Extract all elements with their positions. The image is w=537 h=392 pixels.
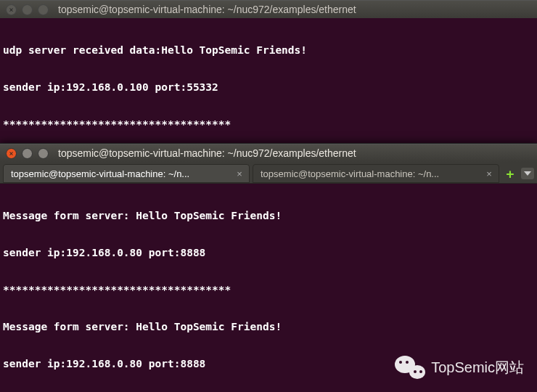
tab-label: topsemic@topsemic-virtual-machine: ~/n..… [11,168,230,179]
maximize-icon[interactable] [38,148,49,159]
terminal-line: sender ip:192.168.0.100 port:55332 [3,81,534,94]
terminal-line: ************************************ [3,284,534,296]
terminal-output-top[interactable]: udp server received data:Hello TopSemic … [0,18,537,143]
tab-close-icon[interactable]: × [484,168,494,179]
tab-close-icon[interactable]: × [234,168,245,179]
window-title-top: topsemic@topsemic-virtual-machine: ~/nuc… [58,4,356,15]
titlebar-top[interactable]: × topsemic@topsemic-virtual-machine: ~/n… [0,0,537,18]
tab-terminal-2[interactable]: topsemic@topsemic-virtual-machine: ~/n..… [253,164,499,183]
tab-menu-button[interactable] [521,168,534,179]
new-tab-button[interactable]: + [502,165,518,183]
terminal-line: Message form server: Hello TopSemic Frie… [3,210,534,222]
close-icon[interactable]: × [6,148,17,159]
terminal-window-top: × topsemic@topsemic-virtual-machine: ~/n… [0,0,537,143]
minimize-icon[interactable] [22,148,33,159]
terminal-line: ************************************ [3,118,534,131]
close-icon[interactable]: × [6,4,17,15]
minimize-icon[interactable] [22,4,33,15]
terminal-line: sender ip:192.168.0.80 port:8888 [3,247,534,259]
wechat-icon [395,354,425,380]
terminal-line: udp server received data:Hello TopSemic … [3,44,534,57]
terminal-line: Message form server: Hello TopSemic Frie… [3,321,534,333]
watermark-text: TopSemic网站 [431,358,524,377]
titlebar-bottom[interactable]: × topsemic@topsemic-virtual-machine: ~/n… [0,144,537,162]
tab-terminal-1[interactable]: topsemic@topsemic-virtual-machine: ~/n..… [3,164,250,183]
watermark: TopSemic网站 [395,354,524,380]
tab-label: topsemic@topsemic-virtual-machine: ~/n..… [261,168,480,179]
window-title-bottom: topsemic@topsemic-virtual-machine: ~/nuc… [58,147,356,159]
tab-bar: topsemic@topsemic-virtual-machine: ~/n..… [0,162,537,184]
maximize-icon[interactable] [38,4,49,15]
